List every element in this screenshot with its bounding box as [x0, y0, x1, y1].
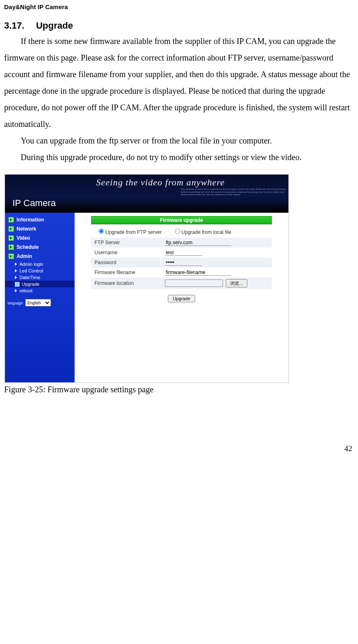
ftp-server-input[interactable]: [165, 239, 231, 246]
banner: Seeing the video from anywhere IP Camera…: [5, 175, 288, 213]
paragraph-1: If there is some new firmware available …: [4, 33, 354, 132]
firmware-filename-label: Firmware filename: [91, 267, 162, 277]
browse-button[interactable]: 浏览...: [226, 279, 247, 287]
username-input[interactable]: [165, 249, 202, 256]
sidebar-subitem-admin-login[interactable]: Admin login: [5, 261, 75, 267]
firmware-filename-input[interactable]: [165, 269, 231, 276]
sidebar-item-label: Schedule: [17, 244, 39, 250]
sidebar-item-label: Upgrade: [22, 282, 39, 287]
firmware-location-input[interactable]: [165, 279, 223, 287]
sidebar-item-label: Admin login: [19, 262, 43, 267]
banner-slogan: Seeing the video from anywhere: [96, 177, 225, 188]
sidebar-subitem-date-time[interactable]: Date/Time: [5, 274, 75, 281]
arrow-icon: [15, 262, 17, 266]
radio-local-label: Upgrade from local file: [181, 229, 231, 235]
upgrade-button[interactable]: Upgrade: [168, 295, 195, 302]
sidebar-item-label: Admin: [17, 253, 32, 259]
ftp-server-label: FTP Server: [91, 238, 162, 248]
sidebar-item-label: Information: [17, 217, 44, 223]
expand-icon: [8, 235, 14, 241]
paragraph-3: During this upgrade procedure, do not tr…: [4, 149, 354, 165]
sidebar-item-network[interactable]: Network: [5, 224, 75, 233]
radio-ftp-input[interactable]: [99, 228, 104, 234]
radio-upgrade-local[interactable]: Upgrade from local file: [175, 229, 231, 235]
sidebar-item-label: reboot: [19, 288, 32, 293]
radio-ftp-label: Upgrade from FTP server: [105, 229, 162, 235]
radio-local-input[interactable]: [175, 228, 180, 234]
arrow-icon: [15, 276, 17, 279]
sidebar-subitem-led-control[interactable]: Led Control: [5, 267, 75, 274]
language-label: language:: [7, 301, 24, 305]
sidebar-item-admin[interactable]: Admin: [5, 252, 75, 261]
sidebar-item-label: Network: [17, 226, 36, 232]
content-panel: Firmware upgrade Upgrade from FTP server…: [75, 213, 288, 382]
active-indicator-icon: [15, 282, 19, 287]
sidebar-item-label: Led Control: [19, 268, 43, 273]
expand-icon: [8, 253, 14, 259]
firmware-location-label: Firmware location: [91, 277, 162, 289]
sidebar-subitem-reboot[interactable]: reboot: [5, 287, 75, 294]
sidebar: Information Network Video Schedule Admin…: [5, 213, 75, 382]
section-title: Upgrade: [36, 20, 73, 31]
sidebar-item-schedule[interactable]: Schedule: [5, 243, 75, 252]
arrow-icon: [15, 289, 17, 292]
expand-icon: [8, 217, 14, 223]
expand-icon: [8, 226, 14, 232]
page-number: 42: [4, 444, 354, 453]
banner-decor-text: The weather to learn from experience the…: [181, 188, 288, 196]
radio-upgrade-ftp[interactable]: Upgrade from FTP server: [99, 229, 162, 235]
banner-logo: IP Camera: [12, 198, 56, 209]
arrow-icon: [15, 269, 17, 272]
screenshot-figure: Seeing the video from anywhere IP Camera…: [4, 174, 289, 383]
sidebar-item-label: Date/Time: [19, 275, 40, 280]
password-input[interactable]: [165, 259, 202, 266]
panel-title: Firmware upgrade: [91, 216, 272, 224]
expand-icon: [8, 244, 14, 250]
running-head: Day&Night IP Camera: [4, 0, 354, 20]
sidebar-item-information[interactable]: Information: [5, 215, 75, 224]
paragraph-2: You can upgrade from the ftp server or f…: [4, 132, 354, 149]
language-select[interactable]: English: [25, 299, 51, 306]
password-label: Password: [91, 258, 162, 267]
figure-caption: Figure 3-25: Firmware upgrade settings p…: [4, 385, 354, 394]
sidebar-subitem-upgrade[interactable]: Upgrade: [5, 281, 75, 287]
username-label: Username: [91, 248, 162, 258]
sidebar-item-label: Video: [17, 235, 30, 241]
section-number: 3.17.: [4, 20, 24, 31]
sidebar-item-video[interactable]: Video: [5, 233, 75, 243]
